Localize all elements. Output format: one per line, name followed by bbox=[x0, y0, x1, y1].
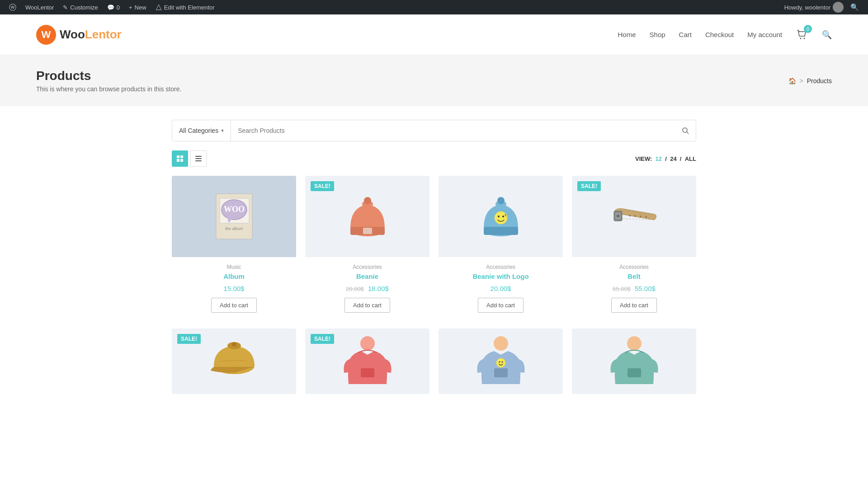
search-icon bbox=[682, 127, 689, 134]
product-card-beanie[interactable]: SALE! Accessories Beanie 20.00$ 18.00$ bbox=[305, 176, 429, 319]
view-controls: VIEW: 12 / 24 / ALL bbox=[172, 150, 696, 167]
view-prefix: VIEW: bbox=[635, 155, 654, 162]
svg-rect-10 bbox=[180, 155, 183, 158]
add-to-cart-beanie[interactable]: Add to cart bbox=[344, 298, 390, 313]
svg-line-8 bbox=[687, 132, 689, 134]
site-logo[interactable]: W WooLentor bbox=[36, 25, 122, 45]
list-view-button[interactable] bbox=[190, 150, 207, 167]
chevron-down-icon: ▾ bbox=[221, 127, 224, 134]
admin-bar-wp-logo[interactable]: W bbox=[5, 0, 21, 14]
product-image-cap: SALE! bbox=[172, 328, 296, 394]
logo-text: WooLentor bbox=[60, 28, 122, 42]
nav-home[interactable]: Home bbox=[618, 31, 636, 38]
grid-view-button[interactable] bbox=[172, 150, 188, 167]
svg-rect-9 bbox=[177, 155, 179, 158]
admin-bar-search-icon[interactable]: 🔍 bbox=[850, 3, 859, 11]
page-hero: Products This is where you can browse pr… bbox=[0, 55, 868, 106]
svg-rect-15 bbox=[195, 160, 202, 161]
admin-bar-new-label: New bbox=[135, 4, 146, 11]
svg-point-31 bbox=[495, 211, 507, 224]
admin-bar-avatar bbox=[833, 2, 844, 13]
cart-badge: 0 bbox=[804, 25, 812, 33]
sale-badge-beanie: SALE! bbox=[311, 181, 334, 191]
admin-bar-customize-label: Customize bbox=[70, 4, 98, 11]
svg-marker-2 bbox=[156, 5, 161, 9]
search-input-wrap bbox=[231, 120, 675, 141]
view-all[interactable]: ALL bbox=[685, 155, 696, 162]
svg-point-32 bbox=[498, 216, 500, 217]
svg-point-36 bbox=[617, 215, 619, 217]
svg-point-7 bbox=[683, 128, 687, 132]
svg-rect-47 bbox=[494, 368, 508, 377]
product-name-album: Album bbox=[176, 272, 292, 280]
svg-point-26 bbox=[364, 197, 371, 204]
nav-shop[interactable]: Shop bbox=[650, 31, 665, 38]
category-dropdown[interactable]: All Categories ▾ bbox=[172, 120, 231, 141]
nav-cart[interactable]: Cart bbox=[679, 31, 692, 38]
product-image-hoodie-red: SALE! bbox=[305, 328, 429, 394]
list-icon bbox=[195, 155, 202, 162]
product-grid: WOO the album Music Album 15.00$ Add to … bbox=[172, 176, 696, 319]
admin-bar-customize[interactable]: ✎ Customize bbox=[58, 0, 102, 14]
svg-point-37 bbox=[629, 215, 631, 216]
admin-bar-new[interactable]: + New bbox=[124, 0, 151, 14]
admin-bar: W WooLentor ✎ Customize 💬 0 + New Edit w… bbox=[0, 0, 868, 14]
svg-point-38 bbox=[634, 215, 636, 217]
view-12[interactable]: 12 bbox=[656, 155, 662, 162]
product-card-hoodie-blue[interactable] bbox=[439, 328, 563, 394]
product-info-belt: Accessories Belt 65.00$ 55.00$ Add to ca… bbox=[572, 257, 696, 319]
product-category-album: Music bbox=[176, 264, 292, 270]
admin-bar-comments[interactable]: 💬 0 bbox=[103, 0, 124, 14]
svg-rect-45 bbox=[361, 368, 374, 377]
svg-point-43 bbox=[232, 342, 236, 347]
admin-bar-comments-count: 0 bbox=[117, 4, 120, 11]
svg-rect-14 bbox=[195, 158, 202, 159]
product-image-beanie-logo bbox=[439, 176, 563, 257]
cart-icon-button[interactable]: 0 bbox=[796, 28, 808, 41]
product-card-belt[interactable]: SALE! Accessories bbox=[572, 176, 696, 319]
page-subtitle: This is where you can browse products in… bbox=[36, 85, 181, 93]
product-name-belt: Belt bbox=[576, 272, 692, 280]
cap-illustration bbox=[207, 334, 261, 389]
svg-text:W: W bbox=[42, 29, 51, 40]
product-card-beanie-logo[interactable]: Accessories Beanie with Logo 20.00$ Add … bbox=[439, 176, 563, 319]
admin-bar-woolentor[interactable]: WooLentor bbox=[21, 0, 58, 14]
product-card-cap[interactable]: SALE! bbox=[172, 328, 296, 394]
site-header: W WooLentor Home Shop Cart Checkout My a… bbox=[0, 14, 868, 55]
nav-my-account[interactable]: My account bbox=[747, 31, 782, 38]
nav-checkout[interactable]: Checkout bbox=[705, 31, 734, 38]
admin-bar-right: Howdy, woolentor 🔍 bbox=[780, 2, 863, 13]
belt-illustration bbox=[607, 187, 661, 246]
svg-point-49 bbox=[499, 361, 500, 362]
album-illustration: WOO the album bbox=[207, 187, 261, 246]
nav-search-icon[interactable]: 🔍 bbox=[822, 30, 832, 40]
svg-point-51 bbox=[627, 336, 642, 351]
admin-bar-edit-elementor[interactable]: Edit with Elementor bbox=[151, 0, 219, 14]
product-image-beanie: SALE! bbox=[305, 176, 429, 257]
search-input[interactable] bbox=[231, 120, 675, 141]
search-button[interactable] bbox=[675, 120, 696, 141]
svg-rect-28 bbox=[484, 227, 518, 235]
breadcrumb-separator: > bbox=[800, 77, 803, 84]
breadcrumb-home-icon[interactable]: 🏠 bbox=[788, 77, 796, 84]
product-card-hoodie-red[interactable]: SALE! bbox=[305, 328, 429, 394]
product-card-hoodie-green[interactable] bbox=[572, 328, 696, 394]
add-to-cart-album[interactable]: Add to cart bbox=[211, 298, 257, 313]
svg-rect-13 bbox=[195, 156, 202, 157]
svg-rect-52 bbox=[627, 368, 641, 377]
product-name-beanie-logo: Beanie with Logo bbox=[443, 272, 558, 280]
product-card-album[interactable]: WOO the album Music Album 15.00$ Add to … bbox=[172, 176, 296, 319]
breadcrumb-current: Products bbox=[807, 77, 832, 84]
product-image-belt: SALE! bbox=[572, 176, 696, 257]
product-price-belt: 65.00$ 55.00$ bbox=[576, 285, 692, 292]
view-24[interactable]: 24 bbox=[670, 155, 676, 162]
add-to-cart-belt[interactable]: Add to cart bbox=[611, 298, 657, 313]
svg-point-40 bbox=[645, 216, 647, 218]
sale-badge-hoodie-red: SALE! bbox=[311, 334, 334, 344]
admin-bar-howdy: Howdy, woolentor bbox=[784, 4, 830, 11]
grid-icon bbox=[177, 155, 183, 162]
add-to-cart-beanie-logo[interactable]: Add to cart bbox=[478, 298, 524, 313]
beanie-illustration bbox=[340, 187, 395, 246]
svg-text:WOO: WOO bbox=[223, 205, 244, 214]
product-price-beanie-logo: 20.00$ bbox=[443, 285, 558, 292]
